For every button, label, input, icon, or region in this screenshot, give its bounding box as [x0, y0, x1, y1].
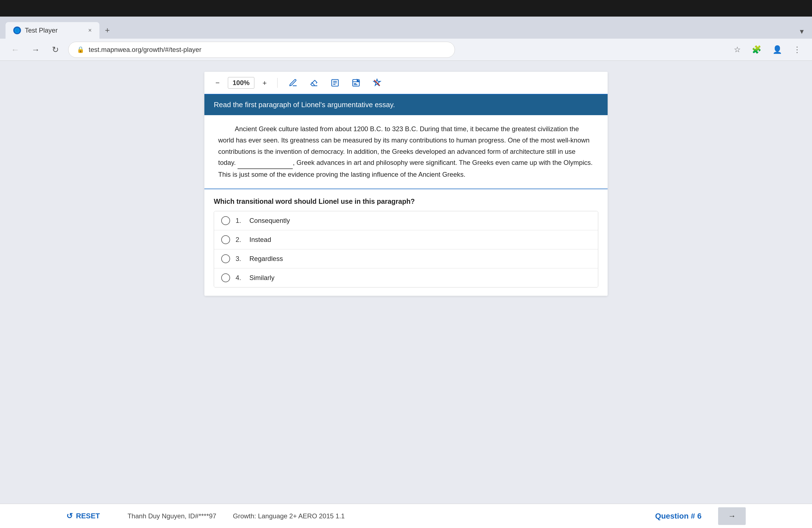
- lock-icon: 🔒: [77, 46, 84, 53]
- choice-number-3: 3.: [236, 255, 244, 263]
- toolbar-divider: [277, 78, 278, 88]
- address-text: test.mapnwea.org/growth/#/test-player: [89, 46, 201, 54]
- footer-student: Thanh Duy Nguyen, ID#****97: [128, 512, 217, 520]
- tabs-dropdown-button[interactable]: ▾: [797, 24, 807, 39]
- next-button[interactable]: →: [718, 507, 746, 525]
- eraser-icon: [309, 78, 318, 87]
- pen-tool-button[interactable]: [285, 76, 301, 89]
- zoom-out-button[interactable]: −: [213, 77, 222, 89]
- choice-number-2: 2.: [236, 236, 244, 244]
- content-panel: − 100% +: [204, 72, 608, 296]
- radio-4[interactable]: [221, 274, 230, 282]
- tab-favicon: 🌐: [13, 27, 21, 34]
- pen-icon: [289, 78, 298, 87]
- account-button[interactable]: 👤: [770, 42, 785, 57]
- question-section: Which transitional word should Lionel us…: [204, 189, 608, 296]
- zoom-display: 100%: [228, 77, 254, 89]
- main-content: − 100% +: [0, 61, 812, 307]
- notes-tool-button[interactable]: [348, 76, 364, 89]
- radio-3[interactable]: [221, 254, 230, 263]
- choice-number-4: 4.: [236, 274, 244, 282]
- reset-button[interactable]: ↺ RESET: [66, 511, 100, 520]
- choice-label-1: Consequently: [249, 217, 290, 224]
- more-button[interactable]: ⋮: [791, 42, 804, 57]
- answer-choices: 1. Consequently 2. Instead 3. Regardless: [214, 211, 598, 288]
- address-bar-actions: ☆ 🧩 👤 ⋮: [731, 42, 804, 57]
- highlight-tool-button[interactable]: [327, 76, 343, 89]
- zoom-in-button[interactable]: +: [260, 77, 270, 89]
- browser-titlebar: [0, 0, 812, 17]
- answer-choice-4[interactable]: 4. Similarly: [214, 268, 598, 287]
- radio-2[interactable]: [221, 235, 230, 244]
- forward-button[interactable]: →: [29, 42, 43, 57]
- choice-label-2: Instead: [249, 236, 271, 244]
- eraser-tool-button[interactable]: [306, 76, 322, 89]
- choice-number-1: 1.: [236, 217, 244, 224]
- new-tab-button[interactable]: +: [99, 23, 115, 38]
- footer-question-label: Question # 6: [655, 512, 701, 520]
- choice-label-4: Similarly: [249, 274, 275, 282]
- reset-label: RESET: [76, 512, 100, 520]
- passage-text: Ancient Greek culture lasted from about …: [204, 115, 608, 189]
- choice-label-3: Regardless: [249, 255, 283, 263]
- passage-header: Read the first paragraph of Lionel's arg…: [204, 94, 608, 115]
- eliminate-tool-button[interactable]: [369, 76, 385, 89]
- passage-blank: [237, 157, 293, 169]
- highlight-icon: [331, 78, 339, 87]
- tab-title: Test Player: [25, 27, 58, 34]
- refresh-button[interactable]: ↻: [49, 42, 62, 57]
- extension-button[interactable]: 🧩: [749, 42, 764, 57]
- browser-tabbar: 🌐 Test Player × + ▾: [0, 17, 812, 39]
- back-button[interactable]: ←: [8, 42, 22, 57]
- passage-section: Read the first paragraph of Lionel's arg…: [204, 94, 608, 189]
- notes-icon: [352, 78, 360, 87]
- eliminate-icon: [373, 78, 381, 87]
- address-bar[interactable]: 🔒 test.mapnwea.org/growth/#/test-player: [68, 42, 455, 58]
- reset-icon: ↺: [66, 511, 73, 520]
- browser-tab-active[interactable]: 🌐 Test Player ×: [5, 22, 99, 39]
- bookmark-button[interactable]: ☆: [731, 42, 743, 57]
- browser-addressbar: ← → ↻ 🔒 test.mapnwea.org/growth/#/test-p…: [0, 39, 812, 61]
- answer-choice-1[interactable]: 1. Consequently: [214, 211, 598, 230]
- tab-close-button[interactable]: ×: [88, 27, 92, 34]
- footer-bar: ↺ RESET Thanh Duy Nguyen, ID#****97 Grow…: [0, 504, 812, 528]
- radio-1[interactable]: [221, 216, 230, 225]
- question-text: Which transitional word should Lionel us…: [214, 197, 598, 205]
- footer-test: Growth: Language 2+ AERO 2015 1.1: [233, 512, 345, 520]
- answer-choice-2[interactable]: 2. Instead: [214, 230, 598, 249]
- toolbar: − 100% +: [204, 72, 608, 94]
- answer-choice-3[interactable]: 3. Regardless: [214, 249, 598, 268]
